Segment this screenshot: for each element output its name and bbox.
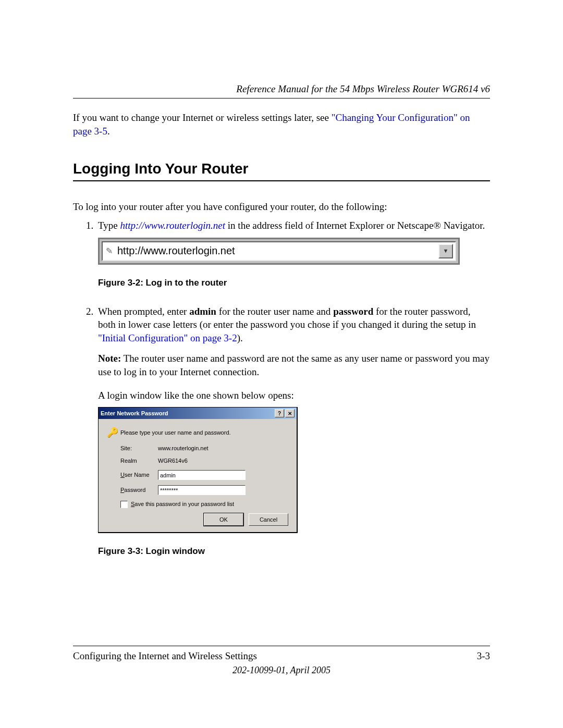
save-password-checkbox[interactable] — [120, 501, 128, 508]
login-dialog-figure: Enter Network Password ? ✕ 🔑 Please type… — [98, 407, 298, 533]
step2-admin-bold: admin — [189, 306, 216, 317]
figure-3-3-caption: Figure 3-3: Login window — [98, 546, 490, 558]
help-button[interactable]: ? — [275, 409, 284, 417]
realm-label: Realm — [120, 457, 158, 465]
site-label: Site: — [120, 445, 158, 452]
ok-button[interactable]: OK — [204, 513, 243, 526]
step2-pre: When prompted, enter — [98, 306, 189, 317]
intro-post: . — [107, 126, 110, 137]
password-input[interactable] — [158, 485, 246, 495]
password-label: Password — [120, 486, 158, 494]
address-bar-figure: ✎ http://www.routerlogin.net ▼ — [98, 238, 460, 265]
figure-3-2-caption: Figure 3-2: Log in to the router — [98, 277, 490, 289]
footer-rule — [73, 646, 490, 646]
dialog-title-buttons: ? ✕ — [275, 409, 295, 417]
footer-docid: 202-10099-01, April 2005 — [73, 665, 490, 676]
step-2: When prompted, enter admin for the route… — [96, 305, 490, 558]
footer-chapter: Configuring the Internet and Wireless Se… — [73, 650, 257, 662]
dialog-title-text: Enter Network Password — [101, 410, 168, 417]
address-bar: ✎ http://www.routerlogin.net ▼ — [102, 241, 456, 261]
username-input[interactable] — [158, 470, 246, 480]
initial-config-link[interactable]: "Initial Configuration" on page 3-2 — [98, 332, 237, 343]
address-dropdown-button[interactable]: ▼ — [438, 244, 453, 258]
dialog-buttons: OK Cancel — [107, 513, 288, 526]
steps-list: Type http://www.routerlogin.net in the a… — [73, 219, 490, 558]
header-rule — [73, 98, 490, 98]
section-rule — [73, 180, 490, 181]
step-1: Type http://www.routerlogin.net in the a… — [96, 219, 490, 289]
step1-pre: Type — [98, 220, 120, 231]
note-text: The router user name and password are no… — [98, 353, 489, 377]
address-bar-text: http://www.routerlogin.net — [115, 244, 438, 258]
step2-password-bold: password — [333, 306, 373, 317]
note-paragraph: Note: The router user name and password … — [98, 352, 490, 378]
note-label: Note: — [98, 353, 121, 364]
section-heading: Logging Into Your Router — [73, 161, 490, 177]
intro-paragraph: If you want to change your Internet or w… — [73, 111, 490, 138]
username-label: User Name — [120, 471, 158, 479]
close-button[interactable]: ✕ — [285, 409, 295, 417]
page-footer: Configuring the Internet and Wireless Se… — [73, 646, 490, 676]
key-icon: 🔑 — [107, 426, 120, 439]
intro-pre: If you want to change your Internet or w… — [73, 112, 332, 123]
figure-3-2: ✎ http://www.routerlogin.net ▼ — [98, 238, 490, 265]
dialog-titlebar: Enter Network Password ? ✕ — [99, 408, 297, 419]
lead-text: To log into your router after you have c… — [73, 200, 490, 214]
realm-value: WGR614v6 — [158, 457, 288, 465]
step2-mid: for the router user name and — [216, 306, 333, 317]
save-password-label: Save this password in your password list — [131, 500, 234, 508]
step2-end: ). — [237, 332, 243, 343]
after-note-text: A login window like the one shown below … — [98, 389, 490, 402]
site-value: www.routerlogin.net — [158, 445, 288, 452]
page-header-title: Reference Manual for the 54 Mbps Wireles… — [73, 83, 490, 95]
cancel-button[interactable]: Cancel — [249, 513, 288, 526]
step1-post: in the address field of Internet Explore… — [225, 220, 485, 231]
dialog-body: 🔑 Please type your user name and passwor… — [99, 419, 297, 532]
footer-page-number: 3-3 — [477, 650, 490, 662]
routerlogin-url-link[interactable]: http://www.routerlogin.net — [120, 220, 225, 231]
dialog-instruction: Please type your user name and password. — [120, 429, 231, 437]
page-icon: ✎ — [103, 245, 115, 257]
